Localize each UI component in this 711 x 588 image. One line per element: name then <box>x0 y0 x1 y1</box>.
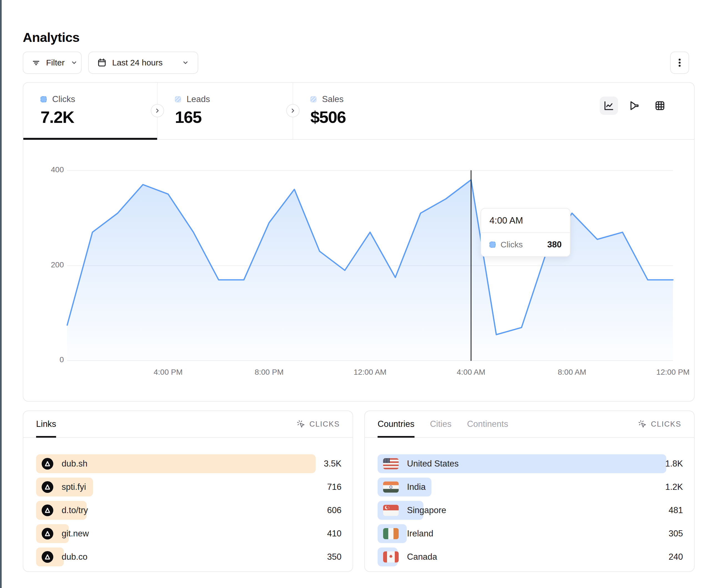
clicks-area-chart[interactable] <box>67 170 673 361</box>
y-axis-tick: 0 <box>39 355 64 364</box>
chevron-down-icon <box>70 59 78 67</box>
dub-logo-icon <box>42 528 53 540</box>
link-row[interactable]: spti.fyi716 <box>36 478 342 496</box>
page-edge-strip <box>0 0 2 588</box>
stat-value-clicks: 7.2K <box>41 108 157 127</box>
row-label: dub.co <box>62 552 87 562</box>
page-title: Analytics <box>23 30 80 45</box>
x-axis-tick: 4:00 AM <box>446 368 496 377</box>
clicks-swatch-icon <box>490 242 496 248</box>
funnel-icon <box>628 100 640 112</box>
stat-label: Leads <box>187 94 210 104</box>
flag-ie-icon <box>383 528 399 539</box>
x-axis-tick: 4:00 PM <box>143 368 193 377</box>
dub-logo-icon <box>42 551 53 563</box>
clicks-value: 350 <box>327 547 342 566</box>
country-row[interactable]: Singapore481 <box>378 501 683 520</box>
clicks-swatch-icon <box>41 96 47 103</box>
stat-tab-leads[interactable]: Leads 165 <box>158 83 293 139</box>
row-label: United States <box>407 459 459 469</box>
more-options-button[interactable] <box>670 51 689 74</box>
clicks-value: 1.2K <box>665 478 683 496</box>
leads-swatch-icon <box>175 96 181 103</box>
x-axis-tick: 8:00 AM <box>547 368 597 377</box>
dub-logo-icon <box>42 481 53 493</box>
date-range-button[interactable]: Last 24 hours <box>88 51 198 74</box>
country-row[interactable]: Canada240 <box>378 547 683 566</box>
chart-view-toggle <box>600 96 669 115</box>
clicks-value: 606 <box>327 501 342 520</box>
tab-continents[interactable]: Continents <box>467 411 508 437</box>
line-chart-view-button[interactable] <box>600 96 618 115</box>
links-metric-header[interactable]: CLICKS <box>297 411 340 437</box>
tab-links[interactable]: Links <box>36 411 56 437</box>
clicks-value: 481 <box>669 501 683 520</box>
countries-panel: Countries Cities Continents CLICKS Unite… <box>364 410 695 572</box>
countries-panel-header: Countries Cities Continents CLICKS <box>365 411 694 438</box>
row-label: India <box>407 482 426 492</box>
x-axis-tick: 12:00 AM <box>345 368 395 377</box>
clicks-value: 716 <box>327 478 342 496</box>
sales-swatch-icon <box>310 96 317 103</box>
country-row[interactable]: United States1.8K <box>378 454 683 473</box>
countries-list: United States1.8KIndia1.2KSingapore481Ir… <box>365 438 694 566</box>
stat-value-leads: 165 <box>175 108 293 127</box>
clicks-value: 3.5K <box>324 454 342 473</box>
analytics-card: Clicks 7.2K Leads 165 Sales $506 <box>23 82 695 402</box>
filter-icon <box>31 58 41 67</box>
date-range-label: Last 24 hours <box>112 58 163 67</box>
table-grid-icon <box>654 100 666 112</box>
clicks-value: 410 <box>327 524 342 543</box>
chevron-down-icon <box>181 59 189 67</box>
y-axis-tick: 200 <box>39 261 64 269</box>
link-row[interactable]: d.to/try606 <box>36 501 342 520</box>
ellipsis-vertical-icon <box>675 57 684 68</box>
funnel-view-button[interactable] <box>625 96 644 115</box>
clicks-value: 1.8K <box>665 454 683 473</box>
tab-countries[interactable]: Countries <box>378 411 414 437</box>
stat-tab-sales[interactable]: Sales $506 <box>293 83 694 139</box>
tooltip-series-label: Clicks <box>500 240 523 249</box>
row-label: git.new <box>62 529 89 539</box>
expand-leads-button[interactable] <box>151 104 164 117</box>
link-row[interactable]: git.new410 <box>36 524 342 543</box>
country-row[interactable]: India1.2K <box>378 478 683 496</box>
tab-cities[interactable]: Cities <box>430 411 452 437</box>
row-label: Canada <box>407 552 437 562</box>
row-label: d.to/try <box>62 505 88 515</box>
country-row[interactable]: Ireland305 <box>378 524 683 543</box>
stat-label: Clicks <box>52 94 75 104</box>
active-tab-underline <box>23 138 157 140</box>
chart-tooltip: 4:00 AM Clicks 380 <box>480 208 570 257</box>
chart-area-fill <box>67 180 673 361</box>
calendar-icon <box>97 58 107 67</box>
tooltip-time: 4:00 AM <box>481 208 570 233</box>
y-axis-tick: 400 <box>39 165 64 174</box>
stat-tab-clicks[interactable]: Clicks 7.2K <box>23 83 158 139</box>
flag-us-icon <box>383 458 399 469</box>
line-chart-icon <box>603 100 615 112</box>
countries-metric-header[interactable]: CLICKS <box>638 411 681 437</box>
links-panel-header: Links CLICKS <box>23 411 352 438</box>
clicks-value: 240 <box>669 547 683 566</box>
x-axis-tick: 8:00 PM <box>244 368 294 377</box>
x-axis-tick: 12:00 PM <box>648 368 698 377</box>
row-label: spti.fyi <box>62 482 86 492</box>
flag-ca-icon <box>383 551 399 563</box>
link-row[interactable]: dub.co350 <box>36 547 342 566</box>
filter-button-label: Filter <box>46 58 65 67</box>
filter-button[interactable]: Filter <box>23 51 82 74</box>
flag-in-icon <box>383 481 399 493</box>
links-panel: Links CLICKS dub.sh3.5Kspti.fyi716d.to/t… <box>23 410 353 572</box>
dub-logo-icon <box>42 504 53 516</box>
link-row[interactable]: dub.sh3.5K <box>36 454 342 473</box>
links-list: dub.sh3.5Kspti.fyi716d.to/try606git.new4… <box>23 438 352 566</box>
row-label: Singapore <box>407 505 446 515</box>
stat-label: Sales <box>322 94 344 104</box>
flag-sg-icon <box>383 505 399 516</box>
table-view-button[interactable] <box>651 96 669 115</box>
cursor-click-icon <box>638 420 647 429</box>
expand-sales-button[interactable] <box>286 104 300 117</box>
dub-logo-icon <box>42 458 53 470</box>
cursor-click-icon <box>297 420 305 429</box>
